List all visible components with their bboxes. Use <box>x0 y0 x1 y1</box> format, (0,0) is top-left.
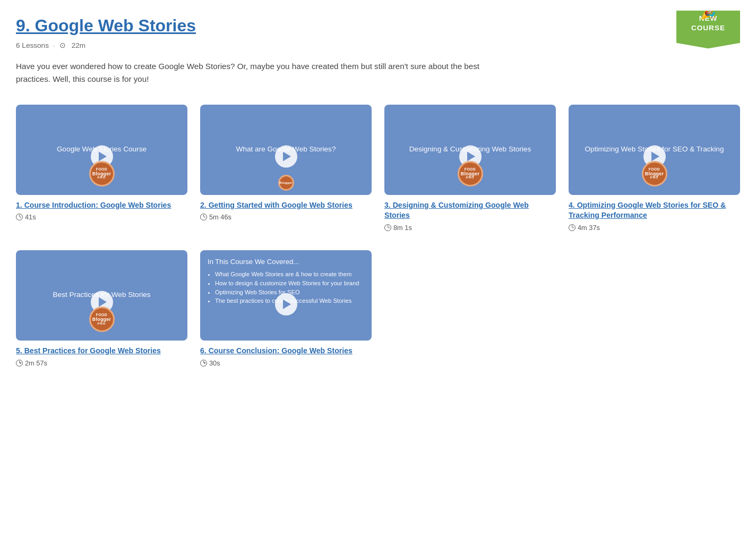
logo-badge-1: FOOD Blogger PRO <box>89 161 115 186</box>
logo-pro-3: PRO <box>466 176 474 179</box>
lesson-duration-5: 2m 57s <box>16 359 187 367</box>
lessons-row-2: Best Practices for Web Stories FOOD Blog… <box>16 250 740 367</box>
clock-icon-6 <box>200 360 207 367</box>
lesson-duration-4: 4m 37s <box>569 224 740 232</box>
clock-icon-5 <box>16 360 23 367</box>
lesson-title-2[interactable]: 2. Getting Started with Google Web Stori… <box>200 200 372 211</box>
lesson-card-3[interactable]: Designing & Customizing Web Stories FOOD… <box>384 105 556 232</box>
logo-pro-4: PRO <box>650 176 658 179</box>
lesson-card-2[interactable]: What are Google Web Stories? Blogger 2. … <box>200 105 372 232</box>
lesson-duration-1: 41s <box>16 213 187 221</box>
lesson-duration-6: 30s <box>200 359 372 367</box>
lesson-card-1[interactable]: Google Web Stories Course FOOD Blogger P… <box>16 105 187 232</box>
clock-icon-3 <box>384 224 391 231</box>
logo-badge-3: FOOD Blogger PRO <box>458 161 483 186</box>
lesson-card-5[interactable]: Best Practices for Web Stories FOOD Blog… <box>16 250 187 367</box>
lesson-thumbnail-3[interactable]: Designing & Customizing Web Stories FOOD… <box>384 105 556 195</box>
thumb-list-title: In This Course We Covered... <box>208 258 364 266</box>
clock-icon: ⊙ <box>59 41 66 49</box>
badge-emoji: 🎉 <box>700 4 717 21</box>
lesson-title-4[interactable]: 4. Optimizing Google Web Stories for SEO… <box>569 200 740 221</box>
lesson-duration-3: 8m 1s <box>384 224 556 232</box>
lesson-thumbnail-5[interactable]: Best Practices for Web Stories FOOD Blog… <box>16 250 187 341</box>
play-button-2[interactable] <box>275 145 297 167</box>
course-meta: 6 Lessons · ⊙ 22m <box>16 41 740 49</box>
course-duration: 22m <box>72 41 85 49</box>
logo-pro-5: PRO <box>97 322 106 325</box>
lesson-card-6[interactable]: In This Course We Covered... What Google… <box>200 250 372 367</box>
lesson-title-5[interactable]: 5. Best Practices for Google Web Stories <box>16 346 187 356</box>
play-button-6[interactable] <box>275 293 297 316</box>
lesson-title-3[interactable]: 3. Designing & Customizing Google Web St… <box>384 200 556 221</box>
lesson-title-1[interactable]: 1. Course Introduction: Google Web Stori… <box>16 200 187 211</box>
badge-line2: COURSE <box>691 24 725 32</box>
new-course-badge: 🎉 NEW COURSE <box>676 11 740 48</box>
list-item-1: What Google Web Stories are & how to cre… <box>215 270 364 279</box>
logo-badge-5: FOOD Blogger PRO <box>89 307 115 332</box>
lessons-row-1: Google Web Stories Course FOOD Blogger P… <box>16 105 740 232</box>
clock-icon-2 <box>200 214 207 220</box>
lesson-thumbnail-1[interactable]: Google Web Stories Course FOOD Blogger P… <box>16 105 187 195</box>
clock-icon-4 <box>569 224 575 231</box>
lesson-thumbnail-6[interactable]: In This Course We Covered... What Google… <box>200 250 372 341</box>
badge-ribbon: 🎉 NEW COURSE <box>676 11 740 48</box>
list-item-2: How to design & customize Web Stories fo… <box>215 279 364 288</box>
logo-badge-2: Blogger <box>278 175 294 191</box>
lesson-thumbnail-2[interactable]: What are Google Web Stories? Blogger <box>200 105 372 195</box>
logo-badge-4: FOOD Blogger PRO <box>642 161 667 186</box>
course-title[interactable]: 9. Google Web Stories <box>16 16 196 36</box>
lesson-duration-2: 5m 46s <box>200 213 372 221</box>
logo-pro: PRO <box>97 176 106 179</box>
clock-icon-1 <box>16 214 23 220</box>
lesson-title-6[interactable]: 6. Course Conclusion: Google Web Stories <box>200 346 372 356</box>
separator: · <box>53 41 55 49</box>
course-description: Have you ever wondered how to create Goo… <box>16 60 494 86</box>
lesson-card-4[interactable]: Optimizing Web Stories for SEO & Trackin… <box>569 105 740 232</box>
lesson-thumbnail-4[interactable]: Optimizing Web Stories for SEO & Trackin… <box>569 105 740 195</box>
page-header: 9. Google Web Stories 6 Lessons · ⊙ 22m … <box>16 16 740 49</box>
lessons-count: 6 Lessons <box>16 41 49 49</box>
logo-blogger-2: Blogger <box>279 181 293 184</box>
